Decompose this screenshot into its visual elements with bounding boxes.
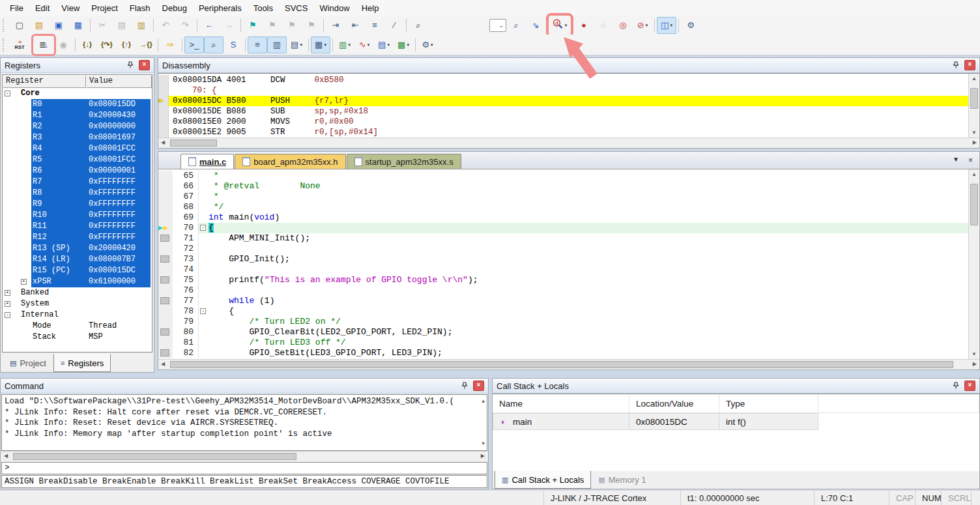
register-row[interactable]: R15 (PC)0x080015DC	[3, 265, 152, 276]
menu-window[interactable]: Window	[313, 1, 355, 15]
menu-svcs[interactable]: SVCS	[279, 1, 313, 15]
register-row[interactable]: R30x08001697	[3, 132, 152, 143]
register-column-header[interactable]: Register	[3, 75, 86, 88]
register-row[interactable]: R40x08001FCC	[3, 143, 152, 154]
show-next-statement-button[interactable]: ⇒	[160, 36, 180, 53]
pin-icon[interactable]	[952, 61, 960, 69]
watch-window-caret[interactable]: ▾	[300, 42, 302, 48]
register-row[interactable]: StackMSP	[3, 332, 152, 343]
register-row[interactable]: R00x080015DD	[3, 99, 152, 110]
copy-button[interactable]: ▤	[112, 17, 132, 34]
type-column-header[interactable]: Type	[719, 394, 818, 412]
register-row[interactable]: R90xFFFFFFFF	[3, 199, 152, 210]
start-stop-debug-button[interactable]: d▾	[550, 17, 569, 34]
toggle-bookmark-button[interactable]: ⚑	[243, 17, 263, 34]
register-row[interactable]: R20x00000000	[3, 121, 152, 132]
serial-window-caret[interactable]: ▾	[348, 42, 351, 48]
scroll-down-icon[interactable]: ▼	[482, 439, 485, 450]
new-file-button[interactable]: ▢	[10, 17, 29, 34]
command-window-button[interactable]: >_	[184, 36, 204, 53]
pin-icon[interactable]	[952, 382, 960, 390]
call-stack-window-button[interactable]: ▥	[267, 36, 287, 53]
menu-tools[interactable]: Tools	[248, 1, 279, 15]
register-row[interactable]: R100xFFFFFFFF	[3, 210, 152, 221]
registers-window-button[interactable]: ≡	[248, 36, 267, 53]
tab-memory-1[interactable]: ▦Memory 1	[591, 471, 653, 489]
register-row[interactable]: R70xFFFFFFFF	[3, 177, 152, 188]
enable-breakpoint-button[interactable]: ○	[594, 17, 613, 34]
find-combo[interactable]: ⌄	[489, 19, 506, 32]
open-file-button[interactable]: ▤	[29, 17, 49, 34]
register-row[interactable]: R10x20000430	[3, 110, 152, 121]
tab-registers[interactable]: ≡Registers	[53, 354, 111, 372]
navigate-forward-button[interactable]: →	[219, 17, 238, 34]
scroll-down-icon[interactable]: ▼	[969, 130, 979, 136]
register-row[interactable]: +System	[3, 298, 152, 310]
find-in-files-2-button[interactable]: ⌕	[506, 17, 526, 34]
fold-collapse-icon[interactable]: -	[200, 225, 206, 231]
scrollbar-thumb[interactable]	[13, 453, 296, 460]
disable-all-breakpoints-button[interactable]: ◎	[613, 17, 633, 34]
stop-button[interactable]: ◉	[53, 36, 73, 53]
register-row[interactable]: R50x08001FCC	[3, 154, 152, 166]
scroll-left-icon[interactable]: ◀	[161, 361, 165, 367]
close-icon[interactable]: ×	[139, 60, 150, 70]
register-row[interactable]: ModeThread	[3, 321, 152, 332]
disassembly-hscrollbar[interactable]: ◀ ▶	[158, 137, 979, 148]
debug-toolbox-caret[interactable]: ▾	[431, 42, 433, 48]
menu-file[interactable]: File	[4, 1, 29, 15]
name-column-header[interactable]: Name	[493, 394, 629, 412]
window-layout-button[interactable]: ◫▾	[657, 17, 676, 34]
trace-window-caret[interactable]: ▾	[387, 42, 390, 48]
memory-window-button[interactable]: ▦▾	[311, 36, 330, 53]
save-button[interactable]: ▣	[49, 17, 68, 34]
symbol-window-button[interactable]: S	[223, 36, 243, 53]
command-log[interactable]: ▲ ▼ Load "D:\\SoftwarePackage\\31Pre-tes…	[1, 394, 487, 451]
prev-bookmark-button[interactable]: ⚑	[282, 17, 302, 34]
menu-project[interactable]: Project	[85, 1, 123, 15]
register-row[interactable]: R14 (LR)0x080007B7	[3, 254, 152, 265]
register-row[interactable]: +xPSR0x61000000	[3, 276, 152, 287]
unindent-button[interactable]: ⇤	[345, 17, 365, 34]
scrollbar-thumb[interactable]	[970, 88, 978, 109]
uncomment-selection-button[interactable]: ∕	[384, 17, 404, 34]
register-row[interactable]: -Core	[3, 88, 152, 99]
scroll-down-icon[interactable]: ▼	[969, 351, 979, 357]
comment-selection-button[interactable]: ≡	[365, 17, 384, 34]
debug-toolbox-button[interactable]: ⚙▾	[418, 36, 437, 53]
close-document-icon[interactable]: ×	[968, 156, 973, 164]
pin-icon[interactable]	[461, 382, 468, 390]
close-icon[interactable]: ×	[473, 381, 484, 391]
collapse-icon[interactable]: -	[5, 91, 10, 96]
menu-debug[interactable]: Debug	[156, 1, 193, 15]
scroll-up-icon[interactable]: ▲	[969, 171, 979, 177]
run-to-cursor-button[interactable]: →{}	[136, 36, 156, 53]
fold-collapse-icon[interactable]: -	[200, 308, 206, 314]
pin-icon[interactable]	[126, 61, 134, 69]
menu-flash[interactable]: Flash	[124, 1, 156, 15]
system-viewer-button[interactable]: ▩▾	[394, 36, 413, 53]
scroll-left-icon[interactable]: ◀	[4, 453, 8, 459]
tab-startup_apm32m35xx.s[interactable]: startup_apm32m35xx.s	[347, 154, 461, 169]
value-column-header[interactable]: Value	[86, 75, 152, 88]
scrollbar-thumb[interactable]	[170, 361, 953, 368]
disassembly-window-button[interactable]: ⌕	[204, 36, 223, 53]
menu-view[interactable]: View	[55, 1, 85, 15]
configure-button[interactable]: ⚙	[681, 17, 700, 34]
command-input[interactable]: >	[1, 462, 487, 474]
save-all-button[interactable]: ▦	[68, 17, 88, 34]
find-in-files-button[interactable]: ⌕	[409, 17, 428, 34]
start-stop-debug-caret[interactable]: ▾	[565, 23, 568, 28]
kill-all-breakpoints-caret[interactable]: ▾	[646, 23, 648, 28]
reset-cpu-button[interactable]: ➜RST	[10, 36, 29, 53]
tab-board_apm32m35xx.h[interactable]: board_apm32m35xx.h	[235, 154, 345, 169]
navigate-back-button[interactable]: ←	[199, 17, 219, 34]
tab-project[interactable]: ▤Project	[3, 354, 53, 372]
register-row[interactable]: +Banked	[3, 287, 152, 298]
scroll-up-icon[interactable]: ▲	[482, 396, 485, 407]
register-row[interactable]: R60x00000001	[3, 166, 152, 177]
window-layout-caret[interactable]: ▾	[670, 23, 672, 28]
toolbar-grip[interactable]	[3, 38, 7, 51]
run-button[interactable]: ≣↓	[34, 36, 53, 53]
register-row[interactable]: R110xFFFFFFFF	[3, 221, 152, 232]
